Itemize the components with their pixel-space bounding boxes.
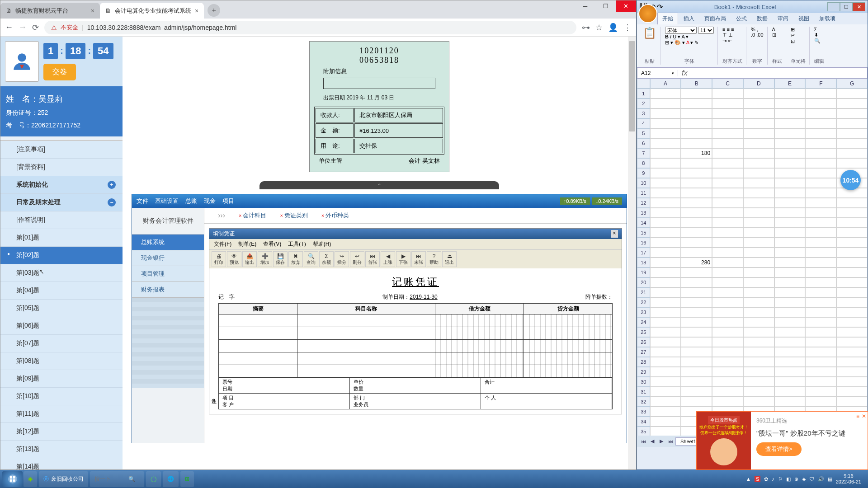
- cell-G20[interactable]: [836, 277, 868, 287]
- row-header[interactable]: 26: [637, 337, 650, 347]
- cell-E1[interactable]: [774, 89, 806, 99]
- cell-D2[interactable]: [743, 99, 774, 108]
- ribbon-group-样式[interactable]: A⊞样式: [769, 27, 786, 65]
- cell-D15[interactable]: [743, 228, 774, 238]
- office-button[interactable]: [638, 4, 657, 23]
- redo-icon[interactable]: ↷: [657, 3, 663, 11]
- cell-C27[interactable]: [712, 347, 743, 357]
- cell-D23[interactable]: [743, 307, 774, 317]
- cell-A10[interactable]: [650, 178, 681, 188]
- cell-C19[interactable]: [712, 267, 743, 277]
- cell-F28[interactable]: [805, 357, 836, 367]
- cell-C9[interactable]: [712, 168, 743, 178]
- cell-D12[interactable]: [743, 198, 774, 208]
- cell-F31[interactable]: [805, 387, 836, 397]
- cell-C18[interactable]: [712, 258, 743, 267]
- acct-menu-file[interactable]: 文件: [137, 197, 148, 205]
- tool-余额[interactable]: Σ余额: [319, 251, 334, 267]
- nav-item-12[interactable]: 第[08]题: [0, 352, 123, 370]
- close-tab-icon[interactable]: ×: [91, 7, 94, 14]
- cell-F30[interactable]: [805, 377, 836, 387]
- nav-item-8[interactable]: 第[04]题: [0, 282, 123, 300]
- cell-A14[interactable]: [650, 218, 681, 228]
- cell-C26[interactable]: [712, 337, 743, 347]
- task-excel[interactable]: ⊞: [180, 471, 194, 487]
- cell-F32[interactable]: [805, 397, 836, 407]
- cell-C3[interactable]: [712, 108, 743, 118]
- cell-G3[interactable]: [836, 108, 868, 118]
- cell-B14[interactable]: [681, 218, 712, 228]
- cell-A11[interactable]: [650, 188, 681, 198]
- ribbon-group-数字[interactable]: % ,.0 .00数字: [747, 27, 768, 65]
- cell-E27[interactable]: [774, 347, 806, 357]
- cell-F27[interactable]: [805, 347, 836, 357]
- cell-G30[interactable]: [836, 377, 868, 387]
- ribbon-group-单元格[interactable]: ⊞✂⊡单元格: [787, 27, 810, 65]
- cell-B30[interactable]: [681, 377, 712, 387]
- cell-G19[interactable]: [836, 267, 868, 277]
- cell-B9[interactable]: [681, 168, 712, 178]
- cell-B22[interactable]: [681, 297, 712, 307]
- cell-A6[interactable]: [650, 138, 681, 148]
- cell-A30[interactable]: [650, 377, 681, 387]
- sheet-prev[interactable]: ◀: [648, 438, 656, 444]
- tool-预览[interactable]: 👁预览: [227, 251, 241, 267]
- tool-首张[interactable]: ⏮首张: [365, 251, 380, 267]
- tool-放弃[interactable]: ✖放弃: [288, 251, 303, 267]
- floating-timer-badge[interactable]: 10:54: [840, 170, 861, 190]
- cell-B21[interactable]: [681, 287, 712, 297]
- cell-B15[interactable]: [681, 228, 712, 238]
- password-icon[interactable]: ⊶: [582, 23, 590, 33]
- nav-item-2[interactable]: 系统初始化+: [0, 176, 123, 194]
- cell-E25[interactable]: [774, 327, 806, 337]
- cell-B11[interactable]: [681, 188, 712, 198]
- tool-帮助[interactable]: ?帮助: [427, 251, 441, 267]
- cell-F26[interactable]: [805, 337, 836, 347]
- cell-C10[interactable]: [712, 178, 743, 188]
- cell-D3[interactable]: [743, 108, 774, 118]
- row-header[interactable]: 8: [637, 158, 650, 168]
- cell-F10[interactable]: [805, 178, 836, 188]
- cell-G31[interactable]: [836, 387, 868, 397]
- cell-A21[interactable]: [650, 287, 681, 297]
- cell-D25[interactable]: [743, 327, 774, 337]
- cell-G28[interactable]: [836, 357, 868, 367]
- sheet-first[interactable]: ⏮: [639, 439, 647, 444]
- cell-G23[interactable]: [836, 307, 868, 317]
- cell-E26[interactable]: [774, 337, 806, 347]
- nav-item-1[interactable]: [背景资料]: [0, 159, 123, 176]
- acct-nav-project[interactable]: 项目管理: [132, 266, 204, 282]
- cell-C8[interactable]: [712, 158, 743, 168]
- row-header[interactable]: 5: [637, 128, 650, 138]
- cell-G15[interactable]: [836, 228, 868, 238]
- cell-G4[interactable]: [836, 118, 868, 128]
- cell-A32[interactable]: [650, 397, 681, 407]
- cell-F2[interactable]: [805, 99, 836, 108]
- cell-E17[interactable]: [774, 248, 806, 258]
- cell-D8[interactable]: [743, 158, 774, 168]
- cell-D26[interactable]: [743, 337, 774, 347]
- cell-A19[interactable]: [650, 267, 681, 277]
- tool-删分[interactable]: ↩删分: [350, 251, 364, 267]
- row-header[interactable]: 32: [637, 397, 650, 407]
- cell-B23[interactable]: [681, 307, 712, 317]
- cell-G18[interactable]: [836, 258, 868, 267]
- ribbon-group-粘贴[interactable]: 📋粘贴: [639, 27, 660, 65]
- cell-E30[interactable]: [774, 377, 806, 387]
- cell-F15[interactable]: [805, 228, 836, 238]
- cell-G32[interactable]: [836, 397, 868, 407]
- ribbon-group-对齐方式[interactable]: ≡ ≡ ≡⊤ ⊥⇥ ⇤对齐方式: [719, 27, 746, 65]
- ribbon-group-字体[interactable]: 宋体 11B I U ▾ A ▾⊞ ▾ 🎨 ▾ A ▾ ✎字体: [661, 27, 718, 65]
- task-browser[interactable]: ◯: [146, 471, 161, 487]
- cell-E19[interactable]: [774, 267, 806, 277]
- cell-C15[interactable]: [712, 228, 743, 238]
- tray-icon[interactable]: ◧: [786, 476, 791, 482]
- nav-item-5[interactable]: 第[01]题: [0, 229, 123, 247]
- cell-A5[interactable]: [650, 128, 681, 138]
- cell-B32[interactable]: [681, 397, 712, 407]
- ad-cta-button[interactable]: 查看详情>: [756, 442, 802, 456]
- acct-nav-ledger[interactable]: 总账系统: [132, 235, 204, 250]
- cell-B20[interactable]: [681, 277, 712, 287]
- close-button[interactable]: ✕: [616, 0, 636, 12]
- cell-C5[interactable]: [712, 128, 743, 138]
